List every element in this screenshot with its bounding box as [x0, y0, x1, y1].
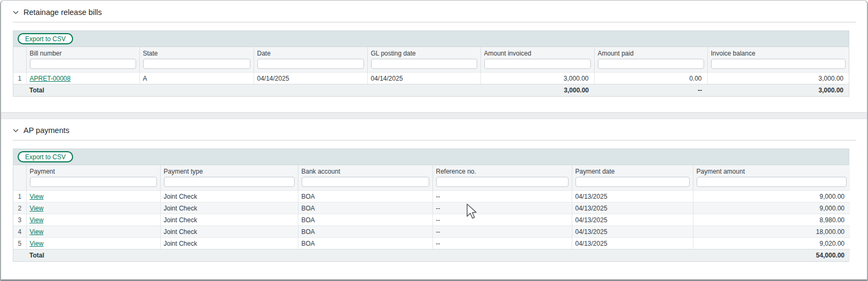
- column-label: Bank account: [302, 168, 429, 175]
- table-row: 1ViewJoint CheckBOA--04/13/20259,000.00: [13, 191, 850, 202]
- filter-input-invoice-balance[interactable]: [711, 59, 846, 69]
- filter-input-payment[interactable]: [30, 177, 157, 187]
- filter-input-bill-number[interactable]: [30, 59, 136, 69]
- cell-payment-amount: 18,000.00: [693, 226, 850, 238]
- grid-toolbar: Export to CSV: [13, 31, 849, 47]
- cell-payment: View: [26, 191, 160, 202]
- section-header-ap-payments: AP payments: [13, 126, 856, 135]
- column-header-payment-type: Payment type: [160, 165, 298, 191]
- table-row: 5ViewJoint CheckBOA--04/13/20259,020.00: [13, 238, 850, 249]
- cell-reference-no: --: [432, 214, 572, 226]
- cell-reference-no: --: [432, 238, 572, 249]
- column-header-amount-paid: Amount paid: [594, 47, 707, 73]
- cell-gl-posting-date: 04/14/2025: [367, 73, 480, 84]
- cell-payment-type: Joint Check: [160, 226, 298, 238]
- table-header-row: PaymentPayment typeBank accountReference…: [13, 165, 850, 191]
- filter-input-amount-invoiced[interactable]: [484, 59, 591, 69]
- column-label: Invoice balance: [711, 50, 846, 57]
- cell-payment-type: Joint Check: [160, 191, 298, 202]
- cell-payment-date: 04/13/2025: [572, 191, 693, 202]
- row-number-header: [13, 165, 26, 191]
- row-number: 4: [13, 226, 26, 238]
- filter-input-payment-amount[interactable]: [697, 177, 847, 187]
- column-label: GL posting date: [371, 50, 477, 57]
- cell-payment-type: Joint Check: [160, 238, 298, 249]
- total-payment-date: [572, 249, 693, 261]
- filter-input-reference-no[interactable]: [436, 177, 569, 187]
- column-header-reference-no: Reference no.: [432, 165, 572, 191]
- table-row: 2ViewJoint CheckBOA--04/13/20259,000.00: [13, 202, 850, 214]
- column-header-date: Date: [254, 47, 367, 73]
- column-header-payment-amount: Payment amount: [693, 165, 850, 191]
- view-link[interactable]: View: [30, 205, 44, 212]
- retainage-release-bills-table: Bill numberStateDateGL posting dateAmoun…: [13, 47, 849, 96]
- column-label: Amount paid: [598, 50, 704, 57]
- cell-reference-no: --: [432, 191, 572, 202]
- export-to-csv-button[interactable]: Export to CSV: [18, 151, 73, 162]
- column-label: Payment type: [164, 168, 295, 175]
- cell-payment-date: 04/13/2025: [572, 226, 693, 238]
- bottom-filler: [1, 270, 867, 279]
- column-label: Payment amount: [697, 168, 847, 175]
- cell-state: A: [139, 73, 254, 84]
- total-payment-type: [160, 249, 298, 261]
- column-header-state: State: [139, 47, 254, 73]
- export-to-csv-button[interactable]: Export to CSV: [18, 33, 73, 44]
- filter-input-payment-date[interactable]: [575, 177, 690, 187]
- column-label: Payment: [30, 168, 157, 175]
- total-state: [139, 84, 254, 96]
- cell-amount-paid: 0.00: [594, 73, 707, 84]
- apret-00008-link[interactable]: APRET-00008: [30, 75, 71, 82]
- view-link[interactable]: View: [30, 193, 44, 200]
- cell-payment-amount: 9,000.00: [693, 202, 850, 214]
- column-label: Reference no.: [436, 168, 569, 175]
- total-reference-no: [432, 249, 572, 261]
- section-ap-payments: AP payments Export to CSV PaymentPayment…: [1, 119, 867, 270]
- filter-input-bank-account[interactable]: [302, 177, 429, 187]
- filter-input-date[interactable]: [257, 59, 364, 69]
- section-divider-strip: [1, 112, 867, 119]
- title-divider: [13, 22, 856, 22]
- cell-payment-amount: 9,020.00: [693, 238, 850, 249]
- grid-toolbar: Export to CSV: [13, 149, 849, 165]
- row-number: 1: [13, 191, 26, 202]
- filter-input-payment-type[interactable]: [164, 177, 295, 187]
- cell-payment: View: [26, 214, 160, 226]
- view-link[interactable]: View: [30, 240, 44, 247]
- title-divider: [13, 140, 856, 140]
- filter-input-amount-paid[interactable]: [598, 59, 704, 69]
- filter-input-state[interactable]: [143, 59, 250, 69]
- cell-payment: View: [26, 238, 160, 249]
- view-link[interactable]: View: [30, 228, 44, 236]
- cell-invoice-balance: 3,000.00: [707, 73, 849, 84]
- chevron-down-icon[interactable]: [13, 129, 19, 132]
- total-label: Total: [26, 249, 160, 261]
- total-gl-posting-date: [367, 84, 480, 96]
- cell-bank-account: BOA: [298, 191, 432, 202]
- ap-payments-grid-block: Export to CSV PaymentPayment typeBank ac…: [13, 149, 849, 262]
- cell-reference-no: --: [432, 226, 572, 238]
- content-frame: Retainage release bills Export to CSV Bi…: [0, 0, 868, 281]
- row-number-header: [13, 47, 26, 73]
- total-date: [254, 84, 367, 96]
- column-header-invoice-balance: Invoice balance: [707, 47, 849, 73]
- cell-reference-no: --: [432, 202, 572, 214]
- table-header-row: Bill numberStateDateGL posting dateAmoun…: [13, 47, 849, 73]
- column-header-bill-number: Bill number: [26, 47, 139, 73]
- section-title: AP payments: [23, 126, 69, 135]
- retainage-grid-block: Export to CSV Bill numberStateDateGL pos…: [13, 30, 849, 97]
- total-payment-amount: 54,000.00: [693, 249, 850, 261]
- column-label: Date: [257, 50, 364, 57]
- filter-input-gl-posting-date[interactable]: [371, 59, 477, 69]
- total-row-gutter: [13, 249, 26, 261]
- column-header-payment-date: Payment date: [572, 165, 693, 191]
- cell-payment-date: 04/13/2025: [572, 238, 693, 249]
- cell-bank-account: BOA: [298, 214, 432, 226]
- cell-payment-amount: 8,980.00: [693, 214, 850, 226]
- table-row: 4ViewJoint CheckBOA--04/13/202518,000.00: [13, 226, 850, 238]
- cell-payment-type: Joint Check: [160, 202, 298, 214]
- view-link[interactable]: View: [30, 216, 44, 224]
- total-row: Total3,000.00--3,000.00: [13, 84, 849, 96]
- column-header-gl-posting-date: GL posting date: [367, 47, 480, 73]
- chevron-down-icon[interactable]: [13, 11, 19, 14]
